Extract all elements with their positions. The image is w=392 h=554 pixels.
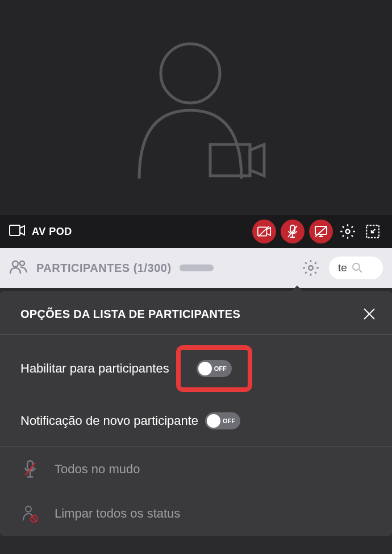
svg-point-26 — [26, 506, 31, 512]
action-label: Todos no mudo — [55, 462, 140, 477]
option-label: Notificação de novo participante — [20, 414, 198, 428]
toggle-knob-icon — [207, 414, 220, 428]
svg-point-18 — [353, 263, 360, 270]
highlight-annotation: OFF — [176, 345, 252, 392]
progress-pill — [180, 264, 214, 271]
svg-rect-3 — [258, 227, 266, 235]
video-area — [0, 0, 392, 215]
search-icon — [352, 262, 363, 274]
settings-button[interactable] — [337, 221, 358, 242]
toggle-enable-for-participants[interactable]: OFF — [197, 360, 232, 377]
svg-line-28 — [32, 516, 36, 521]
action-mute-all[interactable]: Todos no mudo — [0, 447, 392, 491]
toggle-knob-icon — [198, 362, 212, 375]
svg-line-19 — [359, 270, 362, 272]
popover-title: OPÇÕES DA LISTA DE PARTICIPANTES — [20, 308, 240, 321]
mic-off-button[interactable] — [281, 220, 305, 243]
toggle-state: OFF — [223, 417, 235, 424]
search-input[interactable]: te — [329, 257, 383, 279]
option-enable-for-participants: Habilitar para participantes OFF — [0, 335, 392, 402]
participants-settings-button[interactable] — [301, 258, 321, 278]
camera-off-button[interactable] — [252, 220, 276, 243]
toggle-new-participant-notification[interactable]: OFF — [205, 412, 240, 429]
participants-label: PARTICIPANTES (1/300) — [36, 262, 172, 275]
avatar-placeholder-icon — [122, 31, 270, 184]
svg-rect-1 — [210, 144, 250, 176]
toolbar-title: AV POD — [32, 226, 72, 238]
mic-muted-icon — [20, 460, 40, 479]
av-toolbar: AV POD — [0, 215, 392, 248]
svg-point-16 — [20, 261, 24, 266]
participants-icon — [9, 259, 28, 277]
participants-options-popover: OPÇÕES DA LISTA DE PARTICIPANTES Habilit… — [0, 291, 392, 536]
svg-point-0 — [161, 44, 220, 103]
camera-icon — [9, 225, 25, 238]
close-button[interactable] — [361, 306, 377, 322]
svg-line-4 — [258, 226, 269, 237]
search-value: te — [338, 262, 347, 274]
clear-status-icon — [20, 504, 40, 523]
svg-rect-2 — [10, 225, 20, 235]
action-label: Limpar todos os status — [55, 506, 180, 521]
toggle-state: OFF — [214, 365, 227, 372]
svg-point-15 — [12, 261, 18, 267]
option-new-participant-notification: Notificação de novo participante OFF — [0, 402, 392, 440]
option-label: Habilitar para participantes — [20, 361, 169, 376]
fullscreen-button[interactable] — [362, 221, 383, 242]
action-clear-all-status[interactable]: Limpar todos os status — [0, 491, 392, 536]
svg-point-13 — [346, 230, 350, 234]
screen-share-off-button[interactable] — [309, 220, 333, 243]
svg-point-17 — [308, 266, 313, 270]
participants-bar: PARTICIPANTES (1/300) te — [0, 248, 392, 288]
